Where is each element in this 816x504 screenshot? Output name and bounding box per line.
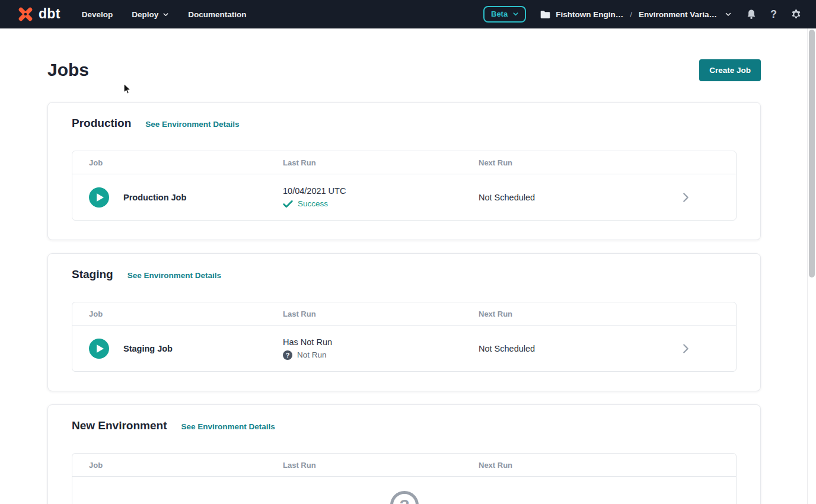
question-circle-icon: ? <box>283 350 292 360</box>
chevron-down-icon <box>725 11 732 18</box>
job-row-production-job[interactable]: Production Job 10/04/2021 UTC Success No… <box>72 174 736 220</box>
jobs-table-header: Job Last Run Next Run <box>72 302 736 326</box>
environment-header: Staging See Environment Details <box>72 268 737 281</box>
job-cell: Production Job <box>89 187 283 208</box>
column-header-next-run: Next Run <box>479 461 679 470</box>
scrollbar-thumb[interactable] <box>809 30 815 277</box>
environment-name: Production <box>72 117 131 130</box>
job-name[interactable]: Staging Job <box>123 344 173 353</box>
status-label: Not Run <box>297 350 327 359</box>
success-check-icon <box>283 200 293 208</box>
question-circle-icon: ? <box>390 490 419 504</box>
job-name[interactable]: Production Job <box>123 193 186 202</box>
jobs-table: Job Last Run Next Run Production Job 10/… <box>72 151 737 221</box>
jobs-table-header: Job Last Run Next Run <box>72 454 736 477</box>
breadcrumb-page[interactable]: Environment Varia… <box>639 10 717 19</box>
last-run-cell: 10/04/2021 UTC Success <box>283 186 479 208</box>
environment-header: New Environment See Environment Details <box>72 419 737 432</box>
settings-gear-icon[interactable] <box>791 9 802 20</box>
nav-item-deploy-label: Deploy <box>132 10 158 19</box>
empty-jobs-state: ? <box>72 477 736 504</box>
jobs-table-header: Job Last Run Next Run <box>72 151 736 174</box>
nav-item-develop[interactable]: Develop <box>82 10 113 19</box>
vertical-scrollbar[interactable] <box>807 28 816 504</box>
nav-item-develop-label: Develop <box>82 10 113 19</box>
nav-item-documentation[interactable]: Documentation <box>188 10 246 19</box>
beta-label: Beta <box>491 9 508 18</box>
column-header-last-run: Last Run <box>283 461 479 470</box>
row-chevron[interactable] <box>679 191 719 204</box>
jobs-table: Job Last Run Next Run Staging Job Has No… <box>72 302 737 372</box>
nav-icon-group: ? <box>746 8 802 20</box>
chevron-right-icon <box>679 191 692 204</box>
status-label: Success <box>298 199 328 208</box>
last-run-date: 10/04/2021 UTC <box>283 186 479 196</box>
breadcrumb-separator: / <box>629 10 633 19</box>
run-job-play-button[interactable] <box>89 339 109 359</box>
svg-text:?: ? <box>286 352 290 359</box>
svg-text:?: ? <box>399 496 409 504</box>
column-header-next-run: Next Run <box>479 158 679 167</box>
environment-card-new-environment: New Environment See Environment Details … <box>47 404 761 504</box>
nav-item-deploy[interactable]: Deploy <box>132 10 169 19</box>
environment-card-staging: Staging See Environment Details Job Last… <box>47 253 761 391</box>
column-header-last-run: Last Run <box>283 158 479 167</box>
next-run-cell: Not Scheduled <box>479 193 679 202</box>
see-environment-details-link[interactable]: See Environment Details <box>145 120 239 129</box>
chevron-down-icon <box>512 11 519 17</box>
nav-item-documentation-label: Documentation <box>188 10 246 19</box>
last-run-cell: Has Not Run ? Not Run <box>283 337 479 360</box>
column-header-next-run: Next Run <box>479 310 679 318</box>
see-environment-details-link[interactable]: See Environment Details <box>128 271 221 280</box>
see-environment-details-link[interactable]: See Environment Details <box>181 422 275 431</box>
dbt-logo[interactable]: dbt <box>17 5 60 23</box>
environment-name: Staging <box>72 268 113 281</box>
breadcrumb[interactable]: Fishtown Engin… / Environment Varia… <box>540 10 732 19</box>
jobs-page: Jobs Create Job Production See Environme… <box>47 58 761 504</box>
next-run-cell: Not Scheduled <box>479 344 679 353</box>
dbt-logo-icon <box>17 5 34 23</box>
chevron-right-icon <box>679 342 692 355</box>
nav-right-group: Beta Fishtown Engin… / Environment Varia… <box>483 6 802 23</box>
environment-header: Production See Environment Details <box>72 117 737 130</box>
job-cell: Staging Job <box>89 339 283 359</box>
primary-nav: Develop Deploy Documentation <box>82 10 247 19</box>
brand-wordmark: dbt <box>39 6 60 22</box>
column-header-job: Job <box>89 310 283 318</box>
notifications-bell-icon[interactable] <box>746 8 757 20</box>
row-chevron[interactable] <box>679 342 719 355</box>
chevron-down-icon <box>162 11 169 18</box>
create-job-button[interactable]: Create Job <box>699 59 761 81</box>
page-title: Jobs <box>47 60 89 80</box>
last-run-status: ? Not Run <box>283 350 479 360</box>
top-navigation: dbt Develop Deploy Documentation Beta Fi… <box>0 0 816 28</box>
column-header-job: Job <box>89 158 283 167</box>
folder-icon <box>540 10 550 19</box>
breadcrumb-project[interactable]: Fishtown Engin… <box>556 10 623 19</box>
last-run-date: Has Not Run <box>283 337 479 347</box>
job-row-staging-job[interactable]: Staging Job Has Not Run ? Not Run Not Sc… <box>72 326 736 371</box>
column-header-last-run: Last Run <box>283 310 479 318</box>
beta-dropdown-button[interactable]: Beta <box>483 6 526 23</box>
environment-card-production: Production See Environment Details Job L… <box>47 102 761 240</box>
environment-name: New Environment <box>72 419 167 432</box>
page-header: Jobs Create Job <box>47 58 761 82</box>
last-run-status: Success <box>283 199 479 208</box>
help-icon[interactable]: ? <box>770 9 777 20</box>
column-header-job: Job <box>89 461 283 470</box>
run-job-play-button[interactable] <box>89 187 109 208</box>
jobs-table: Job Last Run Next Run ? <box>72 453 737 504</box>
